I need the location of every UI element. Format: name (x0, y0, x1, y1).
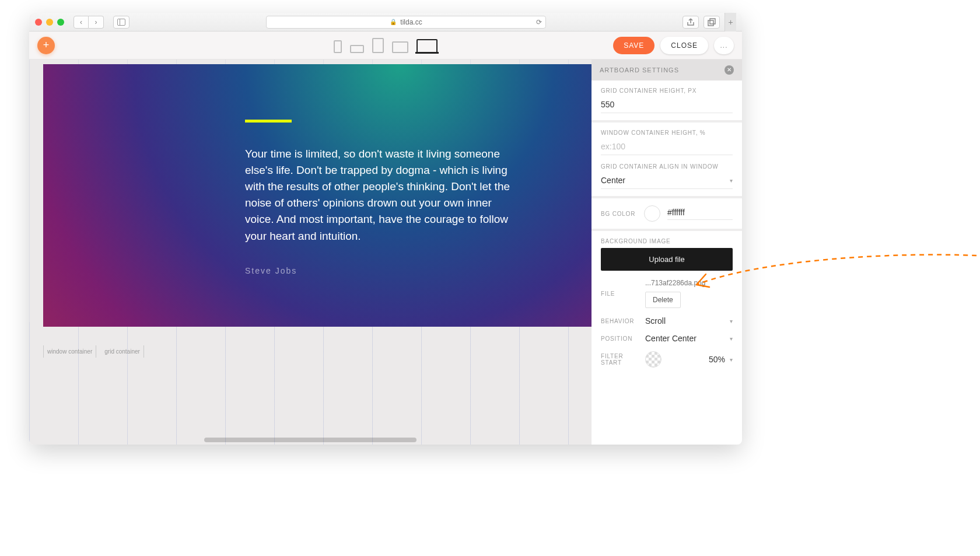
file-label: FILE (601, 291, 640, 297)
tabs-button[interactable] (704, 16, 720, 29)
container-rulers: window container grid container (43, 345, 144, 358)
canvas-area[interactable]: Your time is limited, so don't waste it … (29, 60, 592, 445)
panel-close-icon[interactable]: ✕ (724, 65, 734, 75)
chevron-down-icon: ▾ (730, 177, 733, 184)
file-name: ...713af2286da.png (645, 279, 733, 287)
browser-titlebar: ‹ › 🔒 tilda.cc ⟳ + (29, 13, 742, 32)
align-select[interactable]: Center ▾ (601, 173, 733, 189)
window-height-label: WINDOW CONTAINER HEIGHT, % (601, 130, 733, 136)
device-preview-switcher (334, 38, 438, 53)
back-button[interactable]: ‹ (74, 16, 89, 29)
position-value: Center Center (645, 334, 696, 343)
filter-start-select[interactable]: 50% ▾ (645, 351, 733, 368)
delete-file-button[interactable]: Delete (645, 292, 681, 308)
more-button[interactable]: ... (714, 37, 734, 54)
reload-icon[interactable]: ⟳ (536, 18, 542, 26)
browser-window: ‹ › 🔒 tilda.cc ⟳ + + (29, 13, 742, 445)
bgcolor-input[interactable]: #ffffff (667, 208, 733, 220)
section-window-and-align: WINDOW CONTAINER HEIGHT, % GRID CONTAINE… (592, 123, 742, 198)
app-toolbar: + SAVE CLOSE ... (29, 32, 742, 60)
forward-button[interactable]: › (89, 16, 104, 29)
align-label: GRID CONTAINER ALIGN IN WINDOW (601, 163, 733, 170)
artboard[interactable]: Your time is limited, so don't waste it … (43, 64, 592, 327)
device-tablet-landscape-icon[interactable] (392, 41, 408, 53)
align-value: Center (601, 176, 625, 185)
app-toolbar-right: SAVE CLOSE ... (613, 37, 734, 54)
window-zoom-button[interactable] (57, 19, 64, 26)
new-tab-button[interactable]: + (724, 13, 736, 32)
titlebar-right (682, 16, 720, 29)
grid-height-label: GRID CONTAINER HEIGHT, PX (601, 88, 733, 94)
device-phone-icon[interactable] (334, 40, 342, 53)
address-url: tilda.cc (400, 18, 422, 26)
window-height-input[interactable] (601, 139, 733, 155)
filter-start-swatch[interactable] (645, 351, 662, 368)
grid-height-input[interactable] (601, 97, 733, 113)
window-close-button[interactable] (35, 19, 42, 26)
save-button[interactable]: SAVE (613, 37, 654, 54)
chevron-down-icon: ▾ (730, 318, 733, 324)
add-block-button[interactable]: + (37, 37, 55, 54)
upload-file-button[interactable]: Upload file (601, 248, 733, 271)
address-bar[interactable]: 🔒 tilda.cc ⟳ (266, 16, 546, 29)
panel-title: ARTBOARD SETTINGS (600, 67, 679, 74)
bgimage-label: BACKGROUND IMAGE (601, 238, 733, 244)
behavior-label: BEHAVIOR (601, 318, 640, 324)
behavior-select[interactable]: Scroll ▾ (645, 316, 733, 326)
svg-rect-2 (708, 20, 713, 26)
horizontal-scrollbar[interactable] (204, 438, 416, 442)
workspace: Your time is limited, so don't waste it … (29, 60, 742, 445)
chevron-down-icon: ▾ (730, 356, 733, 363)
behavior-value: Scroll (645, 316, 666, 326)
bgcolor-swatch[interactable] (644, 205, 660, 222)
sidebar-toggle-button[interactable] (113, 16, 130, 29)
settings-panel: ARTBOARD SETTINGS ✕ GRID CONTAINER HEIGH… (592, 60, 742, 445)
lock-icon: 🔒 (390, 19, 397, 25)
filter-start-label: FILTER START (601, 353, 640, 366)
nav-buttons: ‹ › (74, 16, 104, 29)
window-container-label: window container (43, 345, 96, 358)
window-controls (35, 19, 64, 26)
window-minimize-button[interactable] (46, 19, 53, 26)
close-button[interactable]: CLOSE (660, 37, 708, 54)
device-desktop-icon[interactable] (416, 39, 438, 53)
grid-container-label: grid container (101, 345, 144, 358)
device-phone-landscape-icon[interactable] (350, 45, 364, 53)
quote-text[interactable]: Your time is limited, so don't waste it … (245, 146, 519, 244)
device-tablet-icon[interactable] (372, 38, 384, 53)
bgcolor-label: BG COLOR (601, 211, 637, 217)
position-select[interactable]: Center Center ▾ (645, 334, 733, 343)
section-bgcolor: BG COLOR #ffffff (592, 198, 742, 231)
position-label: POSITION (601, 335, 640, 342)
panel-header: ARTBOARD SETTINGS ✕ (592, 60, 742, 81)
svg-rect-3 (710, 19, 715, 24)
quote-accent-bar (245, 120, 292, 123)
chevron-down-icon: ▾ (730, 335, 733, 342)
quote-attribution[interactable]: Steve Jobs (245, 266, 297, 275)
section-bgimage: BACKGROUND IMAGE Upload file FILE ...713… (592, 231, 742, 375)
svg-rect-0 (118, 19, 125, 25)
address-bar-wrap: 🔒 tilda.cc ⟳ (134, 16, 678, 29)
section-grid-height: GRID CONTAINER HEIGHT, PX (592, 81, 742, 123)
filter-start-value: 50% (709, 355, 725, 364)
share-button[interactable] (682, 16, 699, 29)
